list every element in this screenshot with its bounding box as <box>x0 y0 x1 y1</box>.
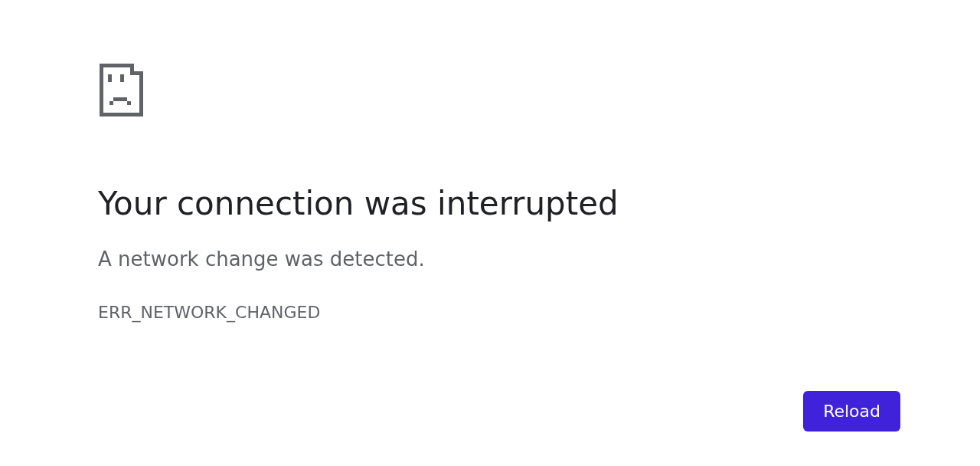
svg-rect-4 <box>120 74 124 82</box>
svg-rect-5 <box>109 101 113 105</box>
sad-document-icon <box>98 63 144 116</box>
error-subtitle: A network change was detected. <box>98 247 882 273</box>
reload-button[interactable]: Reload <box>803 391 900 432</box>
error-page-container: Your connection was interrupted A networ… <box>98 63 882 324</box>
svg-rect-3 <box>108 74 112 82</box>
svg-rect-6 <box>113 97 127 101</box>
error-code: ERR_NETWORK_CHANGED <box>98 302 882 324</box>
svg-rect-7 <box>127 101 131 105</box>
error-title: Your connection was interrupted <box>98 185 882 222</box>
